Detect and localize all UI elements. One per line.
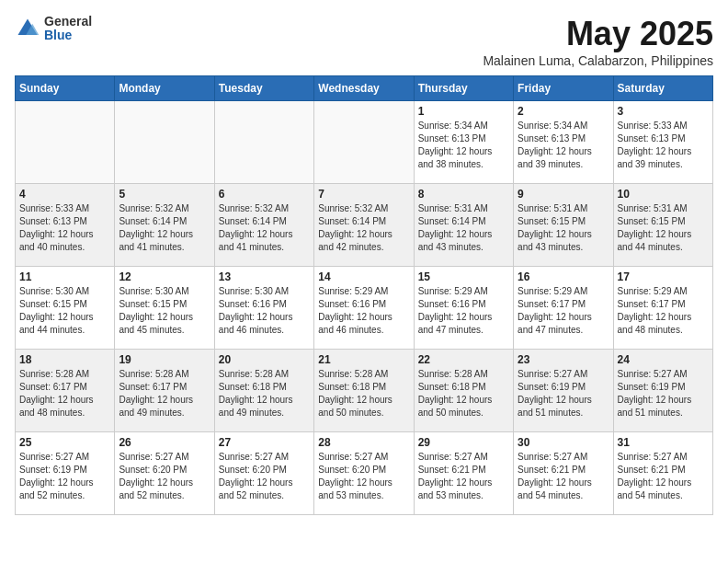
logo-blue-text: Blue: [44, 29, 92, 42]
day-info: Sunrise: 5:28 AM Sunset: 6:18 PM Dayligh…: [418, 368, 509, 419]
calendar-cell: 13Sunrise: 5:30 AM Sunset: 6:16 PM Dayli…: [214, 267, 313, 350]
calendar-cell: [314, 101, 414, 184]
calendar-cell: 27Sunrise: 5:27 AM Sunset: 6:20 PM Dayli…: [214, 432, 313, 515]
calendar-cell: 21Sunrise: 5:28 AM Sunset: 6:18 PM Dayli…: [314, 350, 414, 432]
day-info: Sunrise: 5:31 AM Sunset: 6:14 PM Dayligh…: [418, 202, 509, 254]
day-info: Sunrise: 5:32 AM Sunset: 6:14 PM Dayligh…: [219, 202, 310, 254]
calendar-cell: [214, 101, 313, 184]
calendar-cell: [16, 101, 115, 184]
day-info: Sunrise: 5:29 AM Sunset: 6:16 PM Dayligh…: [418, 285, 509, 337]
calendar-cell: 2Sunrise: 5:34 AM Sunset: 6:13 PM Daylig…: [514, 101, 613, 184]
day-number: 27: [219, 436, 310, 449]
calendar-cell: 17Sunrise: 5:29 AM Sunset: 6:17 PM Dayli…: [613, 267, 712, 350]
calendar-cell: 15Sunrise: 5:29 AM Sunset: 6:16 PM Dayli…: [414, 267, 513, 350]
day-info: Sunrise: 5:27 AM Sunset: 6:21 PM Dayligh…: [518, 451, 609, 502]
calendar-cell: 25Sunrise: 5:27 AM Sunset: 6:19 PM Dayli…: [16, 432, 115, 515]
col-header-friday: Friday: [514, 76, 613, 101]
col-header-monday: Monday: [115, 76, 214, 101]
calendar-cell: 18Sunrise: 5:28 AM Sunset: 6:17 PM Dayli…: [16, 350, 115, 432]
day-info: Sunrise: 5:33 AM Sunset: 6:13 PM Dayligh…: [19, 202, 110, 254]
day-info: Sunrise: 5:34 AM Sunset: 6:13 PM Dayligh…: [518, 120, 609, 171]
col-header-wednesday: Wednesday: [314, 76, 414, 101]
day-number: 30: [518, 436, 609, 449]
day-info: Sunrise: 5:31 AM Sunset: 6:15 PM Dayligh…: [518, 202, 609, 254]
logo-general-text: General: [44, 15, 92, 29]
calendar-cell: 23Sunrise: 5:27 AM Sunset: 6:19 PM Dayli…: [514, 350, 613, 432]
day-number: 2: [518, 105, 609, 118]
calendar-cell: 10Sunrise: 5:31 AM Sunset: 6:15 PM Dayli…: [613, 184, 712, 267]
day-number: 15: [418, 270, 509, 283]
day-info: Sunrise: 5:34 AM Sunset: 6:13 PM Dayligh…: [418, 120, 509, 171]
day-number: 31: [618, 436, 709, 449]
day-info: Sunrise: 5:27 AM Sunset: 6:21 PM Dayligh…: [418, 451, 509, 502]
day-info: Sunrise: 5:29 AM Sunset: 6:16 PM Dayligh…: [318, 285, 409, 337]
day-number: 29: [418, 436, 509, 449]
calendar-cell: 16Sunrise: 5:29 AM Sunset: 6:17 PM Dayli…: [514, 267, 613, 350]
day-number: 7: [318, 188, 409, 201]
day-number: 4: [19, 188, 110, 201]
day-number: 20: [219, 353, 310, 366]
day-number: 6: [219, 188, 310, 201]
day-number: 11: [19, 270, 110, 283]
day-info: Sunrise: 5:27 AM Sunset: 6:20 PM Dayligh…: [318, 451, 409, 502]
day-number: 23: [518, 353, 609, 366]
day-info: Sunrise: 5:28 AM Sunset: 6:18 PM Dayligh…: [219, 368, 310, 419]
calendar-cell: 6Sunrise: 5:32 AM Sunset: 6:14 PM Daylig…: [214, 184, 313, 267]
day-number: 5: [119, 188, 210, 201]
logo: General Blue: [15, 15, 92, 43]
day-info: Sunrise: 5:31 AM Sunset: 6:15 PM Dayligh…: [618, 202, 709, 254]
day-number: 17: [618, 270, 709, 283]
day-info: Sunrise: 5:30 AM Sunset: 6:16 PM Dayligh…: [219, 285, 310, 337]
calendar-table: SundayMondayTuesdayWednesdayThursdayFrid…: [15, 75, 713, 515]
calendar-cell: [115, 101, 214, 184]
day-number: 8: [418, 188, 509, 201]
day-info: Sunrise: 5:28 AM Sunset: 6:18 PM Dayligh…: [318, 368, 409, 419]
calendar-cell: 31Sunrise: 5:27 AM Sunset: 6:21 PM Dayli…: [613, 432, 712, 515]
calendar-cell: 28Sunrise: 5:27 AM Sunset: 6:20 PM Dayli…: [314, 432, 414, 515]
day-number: 19: [119, 353, 210, 366]
day-number: 24: [618, 353, 709, 366]
day-number: 10: [618, 188, 709, 201]
col-header-saturday: Saturday: [613, 76, 712, 101]
calendar-cell: 14Sunrise: 5:29 AM Sunset: 6:16 PM Dayli…: [314, 267, 414, 350]
calendar-subtitle: Malainen Luma, Calabarzon, Philippines: [483, 53, 713, 68]
day-number: 12: [119, 270, 210, 283]
day-number: 22: [418, 353, 509, 366]
calendar-cell: 12Sunrise: 5:30 AM Sunset: 6:15 PM Dayli…: [115, 267, 214, 350]
day-number: 9: [518, 188, 609, 201]
calendar-cell: 30Sunrise: 5:27 AM Sunset: 6:21 PM Dayli…: [514, 432, 613, 515]
calendar-cell: 19Sunrise: 5:28 AM Sunset: 6:17 PM Dayli…: [115, 350, 214, 432]
day-number: 3: [618, 105, 709, 118]
day-info: Sunrise: 5:27 AM Sunset: 6:19 PM Dayligh…: [618, 368, 709, 419]
day-info: Sunrise: 5:29 AM Sunset: 6:17 PM Dayligh…: [618, 285, 709, 337]
calendar-cell: 26Sunrise: 5:27 AM Sunset: 6:20 PM Dayli…: [115, 432, 214, 515]
calendar-cell: 9Sunrise: 5:31 AM Sunset: 6:15 PM Daylig…: [514, 184, 613, 267]
day-number: 16: [518, 270, 609, 283]
day-number: 28: [318, 436, 409, 449]
day-number: 14: [318, 270, 409, 283]
logo-icon: [15, 16, 40, 41]
day-info: Sunrise: 5:32 AM Sunset: 6:14 PM Dayligh…: [119, 202, 210, 254]
day-info: Sunrise: 5:30 AM Sunset: 6:15 PM Dayligh…: [119, 285, 210, 337]
day-info: Sunrise: 5:32 AM Sunset: 6:14 PM Dayligh…: [318, 202, 409, 254]
calendar-cell: 4Sunrise: 5:33 AM Sunset: 6:13 PM Daylig…: [16, 184, 115, 267]
day-info: Sunrise: 5:28 AM Sunset: 6:17 PM Dayligh…: [119, 368, 210, 419]
calendar-cell: 5Sunrise: 5:32 AM Sunset: 6:14 PM Daylig…: [115, 184, 214, 267]
calendar-cell: 22Sunrise: 5:28 AM Sunset: 6:18 PM Dayli…: [414, 350, 513, 432]
page-header: General Blue May 2025 Malainen Luma, Cal…: [15, 15, 713, 68]
calendar-cell: 8Sunrise: 5:31 AM Sunset: 6:14 PM Daylig…: [414, 184, 513, 267]
day-info: Sunrise: 5:29 AM Sunset: 6:17 PM Dayligh…: [518, 285, 609, 337]
day-number: 18: [19, 353, 110, 366]
calendar-cell: 24Sunrise: 5:27 AM Sunset: 6:19 PM Dayli…: [613, 350, 712, 432]
day-info: Sunrise: 5:33 AM Sunset: 6:13 PM Dayligh…: [618, 120, 709, 171]
day-info: Sunrise: 5:27 AM Sunset: 6:21 PM Dayligh…: [618, 451, 709, 502]
day-info: Sunrise: 5:27 AM Sunset: 6:20 PM Dayligh…: [119, 451, 210, 502]
col-header-tuesday: Tuesday: [214, 76, 313, 101]
day-number: 26: [119, 436, 210, 449]
calendar-cell: 11Sunrise: 5:30 AM Sunset: 6:15 PM Dayli…: [16, 267, 115, 350]
day-info: Sunrise: 5:30 AM Sunset: 6:15 PM Dayligh…: [19, 285, 110, 337]
day-number: 21: [318, 353, 409, 366]
title-area: May 2025 Malainen Luma, Calabarzon, Phil…: [483, 15, 713, 68]
calendar-cell: 20Sunrise: 5:28 AM Sunset: 6:18 PM Dayli…: [214, 350, 313, 432]
day-info: Sunrise: 5:28 AM Sunset: 6:17 PM Dayligh…: [19, 368, 110, 419]
